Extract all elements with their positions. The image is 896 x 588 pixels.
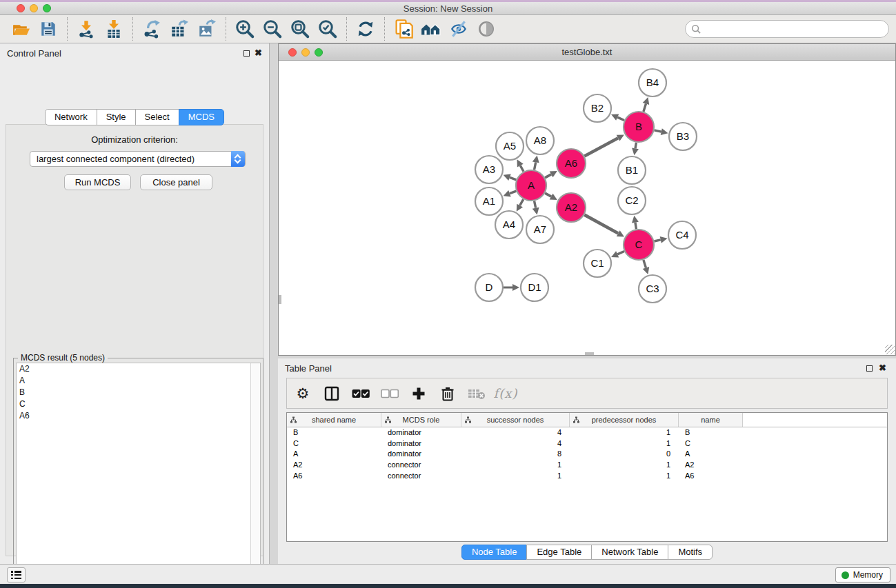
run-mcds-button[interactable]: Run MCDS — [64, 174, 131, 190]
resize-grip-icon[interactable] — [885, 345, 895, 354]
close-panel-icon[interactable]: ✖ — [255, 48, 262, 58]
column-header-shared-name[interactable]: shared name — [287, 413, 381, 427]
mcds-result-item[interactable]: B — [17, 387, 260, 398]
edge-A-A7[interactable] — [535, 201, 536, 208]
float-panel-icon[interactable] — [866, 365, 873, 372]
table-cell[interactable]: A6 — [287, 471, 381, 482]
table-cell[interactable]: 1 — [570, 471, 679, 482]
table-cell[interactable]: A6 — [679, 471, 743, 482]
split-view-button[interactable] — [323, 385, 341, 403]
tab-network-table[interactable]: Network Table — [591, 545, 668, 560]
table-cell[interactable]: A2 — [679, 460, 743, 471]
table-cell[interactable]: C — [287, 438, 381, 449]
toolbar-search[interactable] — [685, 20, 889, 38]
export-image-button[interactable] — [193, 17, 221, 41]
memory-button[interactable]: Memory — [835, 567, 890, 582]
edge-A-A6[interactable] — [545, 174, 551, 178]
table-cell[interactable]: dominator — [381, 427, 461, 438]
network-graph[interactable]: AA1A2A3A4A5A6A7A8BB1B2B3B4CC1C2C3C4DD1 — [279, 61, 895, 355]
edge-C-C3[interactable] — [644, 260, 646, 268]
mcds-result-item[interactable]: A6 — [17, 410, 260, 422]
edge-A-A4[interactable] — [520, 199, 524, 205]
table-cell[interactable]: 0 — [570, 449, 679, 460]
zoom-fit-button[interactable] — [286, 17, 314, 41]
column-header-MCDS-role[interactable]: MCDS role — [381, 413, 461, 427]
select-all-button[interactable] — [352, 385, 370, 403]
table-cell[interactable]: connector — [381, 460, 461, 471]
zoom-selected-button[interactable] — [314, 17, 341, 41]
table-cell[interactable]: A — [679, 449, 743, 460]
tab-edge-table[interactable]: Edge Table — [526, 545, 592, 560]
table-cell[interactable]: 8 — [461, 449, 570, 460]
close-panel-button[interactable]: Close panel — [140, 174, 212, 190]
edge-C-C2[interactable] — [635, 223, 637, 230]
table-cell[interactable]: 1 — [570, 427, 679, 438]
delete-column-button[interactable] — [439, 385, 457, 403]
column-header-successor-nodes[interactable]: successor nodes — [461, 413, 570, 427]
scrollbar[interactable] — [250, 363, 260, 588]
export-table-button[interactable] — [166, 17, 193, 41]
table-cell[interactable]: 4 — [461, 427, 570, 438]
tab-select[interactable]: Select — [135, 109, 179, 125]
mcds-result-item[interactable]: C — [17, 398, 260, 410]
edge-A-A5[interactable] — [520, 165, 524, 172]
float-panel-icon[interactable] — [243, 50, 250, 57]
edge-B-B1[interactable] — [635, 143, 636, 149]
edge-A2-C[interactable] — [584, 215, 618, 234]
mcds-result-item[interactable]: A2 — [17, 363, 260, 375]
tab-motifs[interactable]: Motifs — [668, 545, 713, 560]
tab-node-table[interactable]: Node Table — [461, 545, 528, 560]
edge-A6-B[interactable] — [584, 138, 618, 156]
table-cell[interactable]: 4 — [461, 438, 570, 449]
horizontal-scroll-mark[interactable] — [585, 352, 594, 355]
table-row[interactable]: Cdominator41C — [287, 438, 887, 449]
table-cell[interactable]: connector — [381, 471, 461, 482]
tab-network[interactable]: Network — [45, 109, 97, 125]
table-cell[interactable]: B — [679, 427, 743, 438]
table-cell[interactable]: B — [287, 427, 381, 438]
node-table[interactable]: shared nameMCDS rolesuccessor nodesprede… — [286, 412, 888, 542]
delete-table-button[interactable] — [468, 385, 486, 403]
save-session-button[interactable] — [34, 17, 62, 41]
table-cell[interactable]: dominator — [381, 449, 461, 460]
home-layout-button[interactable] — [417, 17, 445, 41]
network-canvas[interactable]: AA1A2A3A4A5A6A7A8BB1B2B3B4CC1C2C3C4DD1 — [279, 61, 895, 355]
network-window-titlebar[interactable]: testGlobe.txt — [279, 44, 895, 61]
edge-A-A8[interactable] — [535, 162, 536, 170]
edge-C-C1[interactable] — [617, 251, 624, 254]
edge-A-A2[interactable] — [545, 193, 551, 196]
zoom-out-button[interactable] — [259, 17, 286, 41]
table-row[interactable]: A6connector11A6 — [287, 471, 887, 482]
edge-B-B2[interactable] — [617, 117, 624, 120]
tab-style[interactable]: Style — [97, 109, 136, 125]
mcds-result-list[interactable]: A2ABCA6 — [16, 363, 261, 588]
edge-A-A3[interactable] — [510, 177, 517, 180]
table-cell[interactable]: 1 — [570, 460, 679, 471]
column-header-predecessor-nodes[interactable]: predecessor nodes — [570, 413, 679, 427]
refresh-button[interactable] — [352, 17, 379, 41]
table-cell[interactable]: 1 — [461, 460, 570, 471]
table-cell[interactable]: C — [679, 438, 743, 449]
table-row[interactable]: Bdominator41B — [287, 427, 887, 438]
export-network-button[interactable] — [138, 17, 166, 41]
edge-A-A1[interactable] — [510, 191, 517, 194]
close-panel-icon[interactable]: ✖ — [879, 363, 886, 373]
mcds-result-item[interactable]: A — [17, 375, 260, 387]
task-history-button[interactable] — [7, 567, 26, 582]
open-session-button[interactable] — [7, 17, 34, 41]
hide-details-button[interactable] — [445, 17, 472, 41]
function-builder-button[interactable]: f(x) — [497, 385, 515, 403]
edge-B-B3[interactable] — [654, 130, 661, 132]
tab-mcds[interactable]: MCDS — [179, 109, 224, 125]
edge-B-B4[interactable] — [644, 104, 646, 112]
edge-C-C4[interactable] — [654, 240, 660, 241]
table-cell[interactable]: 1 — [570, 438, 679, 449]
search-input[interactable] — [701, 22, 888, 36]
table-cell[interactable]: A — [287, 449, 381, 460]
table-cell[interactable]: A2 — [287, 460, 381, 471]
table-row[interactable]: A2connector11A2 — [287, 460, 887, 471]
import-table-button[interactable] — [100, 17, 128, 41]
table-cell[interactable]: dominator — [381, 438, 461, 449]
vertical-scroll-mark[interactable] — [279, 295, 281, 304]
show-details-button[interactable] — [472, 17, 500, 41]
